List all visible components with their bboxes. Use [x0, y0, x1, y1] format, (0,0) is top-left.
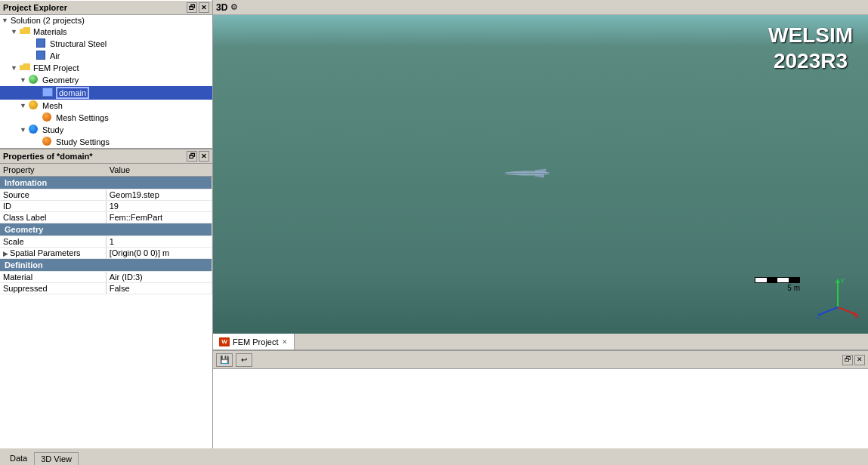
prop-row-spatial[interactable]: ▶Spatial Parameters [Origin(0 0 0)] m: [0, 248, 212, 259]
prop-id-val: 19: [106, 201, 212, 212]
geo-arrow: ▼: [20, 76, 29, 84]
scale-seg-3: [777, 278, 789, 282]
view-tabs: W FEM Project ✕: [213, 334, 868, 350]
tree-item-domain[interactable]: domain: [0, 86, 212, 100]
undo-msg-button[interactable]: ↩: [236, 353, 252, 367]
svg-text:Y: Y: [840, 277, 845, 285]
left-panel: Project Explorer 🗗 ✕ ▼ Solution (2 proje…: [0, 0, 213, 448]
tree-item-mesh[interactable]: ▼ Mesh: [0, 100, 212, 112]
view-settings-icon[interactable]: ⚙: [230, 2, 238, 12]
msg-toolbar-right: 🗗 ✕: [842, 355, 865, 365]
prop-col-property: Property: [0, 164, 106, 177]
3d-viewport[interactable]: WELSIM2023R3: [213, 15, 868, 334]
tab-data[interactable]: Data: [3, 451, 34, 465]
mesh-arrow: ▼: [20, 102, 29, 109]
prop-classlabel-val: Fem::FemPart: [106, 212, 212, 223]
restore-button[interactable]: 🗗: [187, 2, 197, 13]
study-arrow: ▼: [20, 126, 29, 134]
tree-item-study-settings[interactable]: Study Settings: [0, 136, 212, 148]
tree-item-structural-steel[interactable]: Structural Steel: [0, 38, 212, 50]
tab-3d-view[interactable]: 3D View: [34, 452, 79, 465]
prop-source-key: Source: [0, 189, 106, 201]
tab-data-label: Data: [10, 454, 27, 463]
save-msg-button[interactable]: 💾: [216, 353, 233, 367]
tree-item-materials[interactable]: ▼ Materials: [0, 26, 212, 38]
tree-wrapper[interactable]: ▼ Solution (2 projects) ▼ Materials Stru…: [0, 15, 212, 148]
message-content: [213, 369, 868, 448]
close-button[interactable]: ✕: [199, 2, 209, 13]
solution-label: Solution (2 projects): [11, 16, 85, 25]
tab-3dview-label: 3D View: [41, 454, 72, 463]
properties-scroll[interactable]: Property Value Infomation Source Ge: [0, 164, 212, 448]
geometry-label: Geometry: [42, 75, 79, 85]
view-toolbar: 3D ⚙: [213, 0, 868, 15]
solution-item[interactable]: ▼ Solution (2 projects): [0, 15, 212, 26]
properties-title: Properties of *domain*: [3, 152, 93, 161]
tree-item-study[interactable]: ▼ Study: [0, 124, 212, 136]
props-restore-button[interactable]: 🗗: [187, 151, 197, 162]
scale-seg-1: [755, 278, 767, 282]
right-panel: 3D ⚙ WELSIM2023R3: [213, 0, 868, 448]
domain-label: domain: [56, 87, 89, 99]
prop-id-key: ID: [0, 201, 106, 212]
prop-scale-val: 1: [106, 236, 212, 248]
folder-icon: [20, 26, 32, 37]
tree-item-mesh-settings[interactable]: Mesh Settings: [0, 112, 212, 124]
section-information-label: Infomation: [0, 177, 212, 189]
tab-fem-project[interactable]: W FEM Project ✕: [213, 334, 295, 350]
message-panel: 💾 ↩ 🗗 ✕: [213, 350, 868, 448]
prop-row-source: Source Geom19.step: [0, 189, 212, 201]
prop-spatial-key: ▶Spatial Parameters: [0, 248, 106, 259]
prop-col-value: Value: [106, 164, 212, 177]
tab-close-btn[interactable]: ✕: [282, 338, 288, 346]
study-settings-icon: [42, 137, 54, 147]
study-icon: [29, 125, 41, 135]
props-close-button[interactable]: ✕: [199, 151, 209, 162]
mesh-settings-icon: [42, 112, 54, 123]
prop-row-id: ID 19: [0, 201, 212, 212]
welsim-watermark: WELSIM2023R3: [768, 23, 853, 73]
viewport-object: [497, 166, 558, 183]
axes-widget: Y X Z: [815, 277, 860, 319]
svg-marker-2: [535, 169, 546, 174]
mesh-label: Mesh: [42, 101, 63, 110]
project-explorer-title: Project Explorer: [3, 3, 67, 12]
section-definition: Definition: [0, 259, 212, 272]
section-information: Infomation: [0, 177, 212, 189]
prop-row-scale: Scale 1: [0, 236, 212, 248]
fem-folder-icon: [20, 63, 32, 73]
prop-suppressed-key: Suppressed: [0, 283, 106, 294]
project-explorer-titlebar: Project Explorer 🗗 ✕: [0, 0, 212, 15]
svg-text:X: X: [854, 313, 859, 319]
geometry-icon: [29, 75, 41, 85]
prop-material-val: Air (ID:3): [106, 272, 212, 283]
viewport-background: WELSIM2023R3: [213, 15, 868, 334]
prop-row-material: Material Air (ID:3): [0, 272, 212, 283]
material-icon: [36, 38, 48, 49]
section-geometry-label: Geometry: [0, 223, 212, 236]
tree-item-air[interactable]: Air: [0, 50, 212, 62]
ss-label: Structural Steel: [50, 39, 107, 48]
message-toolbar: 💾 ↩ 🗗 ✕: [213, 351, 868, 369]
tree-item-geometry[interactable]: ▼ Geometry: [0, 74, 212, 86]
properties-titlebar: Properties of *domain* 🗗 ✕: [0, 149, 212, 164]
fem-label: FEM Project: [33, 63, 79, 72]
tree-item-fem-project[interactable]: ▼ FEM Project: [0, 62, 212, 74]
materials-label: Materials: [33, 27, 67, 36]
study-label: Study: [42, 125, 63, 134]
top-area: Project Explorer 🗗 ✕ ▼ Solution (2 proje…: [0, 0, 868, 448]
project-explorer: Project Explorer 🗗 ✕ ▼ Solution (2 proje…: [0, 0, 212, 149]
tab-label: FEM Project: [233, 337, 279, 346]
scale-bar-container: 5 m: [755, 277, 800, 292]
spatial-expand-arrow: ▶: [3, 250, 8, 257]
section-geometry: Geometry: [0, 223, 212, 236]
solution-arrow: ▼: [2, 17, 11, 24]
mesh-settings-label: Mesh Settings: [56, 113, 109, 122]
msg-restore-button[interactable]: 🗗: [842, 355, 853, 365]
study-settings-label: Study Settings: [56, 137, 110, 146]
properties-panel: Properties of *domain* 🗗 ✕ Property Valu…: [0, 149, 212, 448]
titlebar-controls: 🗗 ✕: [187, 2, 209, 13]
properties-table: Property Value Infomation Source Ge: [0, 164, 212, 294]
props-controls: 🗗 ✕: [187, 151, 209, 162]
msg-close-button[interactable]: ✕: [854, 355, 865, 365]
